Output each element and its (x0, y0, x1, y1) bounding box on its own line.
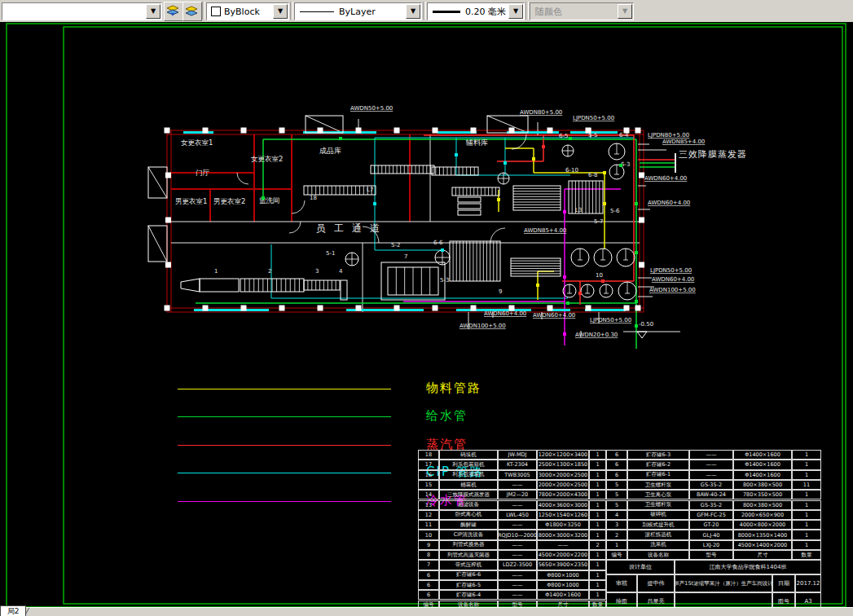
plan-label: 6-5 (559, 133, 568, 139)
equipment-outline (200, 279, 239, 292)
equipment-cell: GLJ-40 (689, 530, 733, 539)
equipment-cell: 12 (418, 510, 439, 520)
legend-line (178, 416, 391, 417)
column-marker (433, 128, 438, 134)
column-marker (635, 128, 641, 134)
equipment-cell: 贮存罐6-2 (627, 460, 689, 469)
equipment-cell: 卫生螺杆泵 (627, 500, 689, 510)
plan-label: 5-5 (588, 132, 597, 139)
plan-label: 门厅 (196, 169, 210, 177)
color-combo[interactable]: ByBlock ▼ (206, 2, 289, 20)
equipment-cell: 贮存罐6-5 (439, 580, 498, 590)
plan-label: 女更衣室2 (251, 155, 283, 163)
plan-label: AWDN85+4.00 (524, 227, 566, 234)
equipment-cell: 1 (792, 490, 821, 499)
titleblock-role-label: 审核 (606, 574, 637, 592)
plan-label: 1 (214, 268, 218, 275)
equipment-cell: 4500×1400×2000 (733, 540, 792, 550)
cad-application-window: ▼ ByBlock ▼ ByLayer ▼ (0, 0, 853, 616)
linetype-combo[interactable]: ByLayer ▼ (294, 2, 422, 20)
equipment-cell: 利乐包装箱机 (439, 460, 498, 469)
equipment-cell: 5 (606, 480, 627, 490)
layout-tab-edge: / (25, 606, 28, 615)
equipment-cell: JM2—20 (498, 490, 537, 499)
plan-label: 成品库 (319, 147, 341, 155)
valve-marker (497, 198, 500, 201)
plan-label: AWDN50+5.00 (350, 105, 393, 112)
linetype-sample-icon (300, 11, 334, 12)
equipment-cell: GFM-FC-25 (689, 510, 733, 520)
column-marker (624, 306, 630, 311)
equipment-cell: 1 (589, 500, 606, 510)
layout-tab[interactable]: 局2 (0, 605, 26, 616)
layer-previous-button[interactable] (182, 2, 202, 21)
equipment-cell: 6 (418, 580, 439, 590)
valve-marker (635, 251, 638, 254)
equipment-cell: 1 (792, 540, 821, 550)
chevron-down-icon[interactable]: ▼ (273, 4, 288, 19)
equipment-outline (450, 241, 500, 281)
object-properties-toolbar: ▼ ByBlock ▼ ByLayer ▼ (0, 0, 853, 23)
plan-label: AWDN100+5.00 (459, 323, 506, 329)
valve-marker (532, 157, 535, 161)
equipment-cell: 型号 (689, 550, 733, 560)
drawing-canvas[interactable]: 女更衣室1女更衣室2门厅男更衣室1男更衣室2盥洗间成品库辅料库员工通道三效降膜蒸… (0, 22, 853, 607)
legend-line (178, 501, 391, 502)
equipment-cell: 1 (589, 590, 606, 600)
plan-polygon (637, 332, 647, 338)
equipment-cell: 17 (418, 460, 439, 469)
plan-title-label: 员工通道 (316, 222, 388, 234)
equipment-cell: 列管式换热器 (439, 540, 498, 550)
equipment-cell: 2000×2000×2500 (537, 480, 589, 490)
equipment-cell: RQJD10—2000 (498, 530, 537, 539)
equipment-cell: 11 (792, 480, 821, 490)
chevron-down-icon[interactable]: ▼ (406, 4, 420, 19)
plan-polygon (181, 279, 200, 292)
toolbar-separator (525, 2, 529, 20)
equipment-cell: 3 (606, 520, 627, 530)
equipment-cell: 滚杠拣选机 (627, 530, 689, 539)
equipment-outline (304, 280, 340, 290)
equipment-cell: 1200×1200×3400 (537, 450, 589, 460)
equipment-cell: 1 (792, 530, 821, 539)
equipment-cell: Φ800×1000 (537, 580, 589, 590)
valve-marker (262, 196, 265, 200)
equipment-cell: 1 (792, 450, 821, 460)
column-marker (165, 306, 170, 311)
plan-title-label: 三效降膜蒸发器 (679, 149, 747, 160)
plan-label: 5-2 (391, 242, 400, 249)
equipment-cell: 10 (418, 530, 439, 539)
equipment-cell: 2 (589, 540, 606, 550)
valve-marker (603, 202, 606, 205)
column-marker (165, 262, 171, 268)
column-marker (547, 128, 553, 134)
chevron-down-icon: ▼ (618, 4, 632, 19)
valve-marker (635, 324, 638, 328)
titleblock-unit-label: 设计单位 (606, 560, 675, 574)
plan-label: LJPDN50+5.00 (573, 115, 614, 121)
equipment-cell: 三效降膜式蒸发器 (439, 490, 498, 499)
equipment-cell: —— (498, 500, 537, 510)
equipment-cell: 1 (792, 520, 821, 530)
equipment-cell: 利乐包灌装机 (439, 470, 498, 480)
equipment-outline (458, 197, 481, 202)
equipment-cell: 1 (589, 530, 606, 539)
equipment-cell: —— (498, 480, 537, 490)
equipment-cell: 卫生螺杆泵 (627, 480, 689, 490)
layer-combo[interactable]: ▼ (2, 2, 162, 20)
equipment-cell: 尺寸 (733, 550, 792, 560)
equipment-cell: LXJ-20 (689, 540, 733, 550)
chevron-down-icon[interactable]: ▼ (508, 4, 523, 19)
make-layer-current-button[interactable] (164, 2, 183, 21)
lineweight-sample-icon (433, 11, 460, 13)
equipment-cell: 8000×3000×3200 (537, 530, 589, 539)
equipment-cell: 18 (418, 450, 439, 460)
equipment-cell: Φ800×1000 (537, 570, 589, 580)
chevron-down-icon[interactable]: ▼ (146, 4, 160, 19)
lineweight-combo[interactable]: 0.20 毫米 ▼ (427, 2, 525, 20)
equipment-cell: 贮存罐6-1 (627, 470, 689, 480)
valve-marker (563, 275, 566, 279)
layer-previous-icon (183, 2, 200, 19)
leader-line (148, 167, 167, 198)
plan-label: 5-1 (326, 250, 335, 257)
